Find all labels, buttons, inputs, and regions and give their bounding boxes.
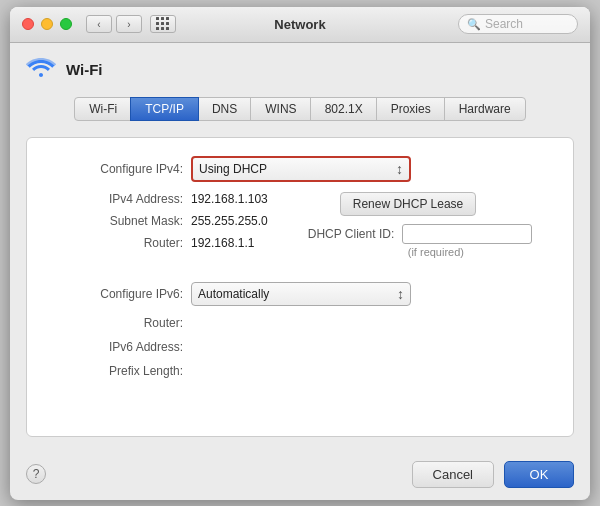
content-area: Wi-Fi Wi-Fi TCP/IP DNS WINS 802.1X Proxi… <box>10 43 590 449</box>
network-window: ‹ › Network 🔍 Search <box>10 7 590 500</box>
ipv4-address-label: IPv4 Address: <box>51 192 191 206</box>
configure-ipv6-value: Automatically <box>198 287 269 301</box>
wifi-header: Wi-Fi <box>26 55 574 85</box>
ok-button[interactable]: OK <box>504 461 574 488</box>
tab-dns[interactable]: DNS <box>197 97 252 121</box>
wifi-label: Wi-Fi <box>66 61 103 78</box>
configure-ipv4-row: Configure IPv4: Using DHCP ↕ <box>51 156 549 182</box>
close-button[interactable] <box>22 18 34 30</box>
router-label: Router: <box>51 236 191 250</box>
dhcp-client-id-input[interactable] <box>402 224 532 244</box>
ipv6-router-row: Router: <box>51 316 549 330</box>
ipv4-address-row: IPv4 Address: 192.168.1.103 Subnet Mask:… <box>51 192 549 258</box>
tab-tcpip[interactable]: TCP/IP <box>130 97 199 121</box>
ipv6-router-label: Router: <box>51 316 191 330</box>
maximize-button[interactable] <box>60 18 72 30</box>
help-button[interactable]: ? <box>26 464 46 484</box>
grid-icon <box>156 17 170 31</box>
prefix-length-label: Prefix Length: <box>51 364 191 378</box>
ipv6-address-label: IPv6 Address: <box>51 340 191 354</box>
configure-ipv4-select[interactable]: Using DHCP ↕ <box>191 156 411 182</box>
nav-buttons: ‹ › <box>86 15 142 33</box>
back-button[interactable]: ‹ <box>86 15 112 33</box>
search-box[interactable]: 🔍 Search <box>458 14 578 34</box>
forward-button[interactable]: › <box>116 15 142 33</box>
tab-proxies[interactable]: Proxies <box>376 97 446 121</box>
tab-8021x[interactable]: 802.1X <box>310 97 378 121</box>
tabs-bar: Wi-Fi TCP/IP DNS WINS 802.1X Proxies Har… <box>26 97 574 121</box>
configure-ipv6-select[interactable]: Automatically ↕ <box>191 282 411 306</box>
search-icon: 🔍 <box>467 18 481 31</box>
chevron-updown-icon: ↕ <box>396 161 403 177</box>
configure-ipv6-row: Configure IPv6: Automatically ↕ <box>51 282 549 306</box>
titlebar: ‹ › Network 🔍 Search <box>10 7 590 43</box>
prefix-length-row: Prefix Length: <box>51 364 549 378</box>
ipv4-address-value: 192.168.1.103 <box>191 192 268 206</box>
dhcp-client-id-label: DHCP Client ID: <box>308 227 394 241</box>
tab-wins[interactable]: WINS <box>250 97 311 121</box>
tab-hardware[interactable]: Hardware <box>444 97 526 121</box>
action-buttons: Cancel OK <box>412 461 574 488</box>
settings-panel: Configure IPv4: Using DHCP ↕ IPv4 Addres… <box>26 137 574 437</box>
search-placeholder: Search <box>485 17 523 31</box>
ipv6-address-row: IPv6 Address: <box>51 340 549 354</box>
grid-view-button[interactable] <box>150 15 176 33</box>
minimize-button[interactable] <box>41 18 53 30</box>
chevron-updown-icon-ipv6: ↕ <box>397 286 404 302</box>
configure-ipv4-label: Configure IPv4: <box>51 162 191 176</box>
configure-ipv6-label: Configure IPv6: <box>51 287 191 301</box>
renew-dhcp-button[interactable]: Renew DHCP Lease <box>340 192 477 216</box>
tab-wifi[interactable]: Wi-Fi <box>74 97 132 121</box>
configure-ipv4-value: Using DHCP <box>199 162 267 176</box>
cancel-button[interactable]: Cancel <box>412 461 494 488</box>
wifi-icon <box>26 55 56 85</box>
bottom-bar: ? Cancel OK <box>10 449 590 500</box>
subnet-mask-label: Subnet Mask: <box>51 214 191 228</box>
subnet-mask-value: 255.255.255.0 <box>191 214 268 228</box>
router-value: 192.168.1.1 <box>191 236 254 250</box>
dhcp-client-id-row: DHCP Client ID: <box>308 224 532 244</box>
window-title: Network <box>274 17 325 32</box>
traffic-lights <box>22 18 72 30</box>
if-required-text: (if required) <box>408 246 464 258</box>
